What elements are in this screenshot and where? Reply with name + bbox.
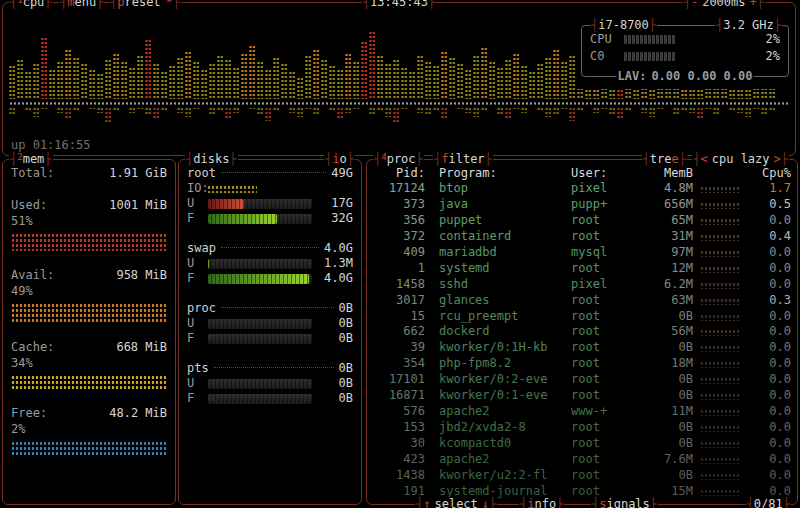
proc-box: ┤4proc├ ┤filter├ ┤tree├ ┤<cpu lazy>├ Pid… [366,159,798,505]
graph-column [569,55,575,99]
graph-column [33,107,39,117]
graph-column [441,107,447,119]
process-name: kcompactd0 [429,436,567,451]
process-mem-graph [700,234,740,241]
graph-column [129,67,135,99]
disk-name: root [187,166,216,181]
process-row[interactable]: 356puppetroot65M0.0 [373,213,791,228]
mem-category-label: Avail: [11,268,54,283]
process-pid: 373 [373,197,425,212]
process-row[interactable]: 372containerdroot31M0.4 [373,229,791,244]
select-hint[interactable]: ┤↑select↓├ [415,497,497,508]
sort-selector[interactable]: ┤<cpu lazy>├ [692,152,789,167]
disk-leader-dots [221,307,334,308]
io-toggle-button[interactable]: ┤io├ [324,152,355,167]
menu-label: menu [67,0,96,10]
process-row[interactable]: 153jbd2/xvda2-8root0B0.0 [373,420,791,435]
column-header-cpu[interactable]: Cpu% [747,166,791,181]
column-header-pid[interactable]: Pid: [373,166,425,181]
process-row[interactable]: 576apache2www-+11M0.0 [373,404,791,419]
process-row[interactable]: 39kworker/0:1H-kbroot0B0.0 [373,340,791,355]
process-row[interactable]: 354php-fpm8.2root18M0.0 [373,356,791,371]
sort-prev-arrow[interactable]: < [701,152,708,167]
process-row[interactable]: 1458sshdpixel6.2M0.0 [373,277,791,292]
column-header-program[interactable]: Program: [429,166,567,181]
process-pid: 576 [373,404,425,419]
bracket-right: ├ [44,0,51,10]
core-meter-row: C0 2% [590,50,780,63]
mem-total-label: Total: [11,166,54,181]
process-row[interactable]: 1438kworker/u2:2-flroot0B0.0 [373,468,791,483]
disk-used-bar [208,379,312,389]
process-user: root [571,468,635,483]
process-row[interactable]: 3017glancesroot63M0.3 [373,293,791,308]
io-toggle-label: io [332,152,346,167]
column-header-mem[interactable]: MemB [639,166,693,181]
tree-label: tre [650,152,672,167]
process-name: dockerd [429,324,567,339]
graph-column [481,107,487,111]
interval-plus-button[interactable]: + [750,0,757,10]
info-button[interactable]: ┤info├ [519,497,564,508]
mem-category: Free:48.2 MiB2% [11,406,167,457]
update-interval[interactable]: ┤-2000ms+├ [683,0,765,10]
graph-column [113,53,119,99]
tree-toggle-button[interactable]: ┤tree├ [642,152,687,167]
proc-box-title: proc [387,152,416,167]
menu-button[interactable]: ┤menu├ [59,0,104,10]
process-row[interactable]: 17124btoppixel4.8M1.7 [373,181,791,196]
disk-bar-fill [208,214,277,224]
core-meter [624,52,744,61]
arrow-up-icon[interactable]: ↑ [423,497,430,508]
disk-used-bar [208,259,312,269]
process-cpu: 0.0 [747,309,791,324]
tab-cpu[interactable]: ┤1cpu├ [9,0,53,10]
graph-column [513,53,519,99]
tab-mem[interactable]: ┤2mem├ [9,152,53,167]
bracket-right: ├ [649,18,656,33]
graph-column [369,107,375,115]
graph-column [761,107,767,115]
bracket-left: ┤ [60,0,67,10]
process-row[interactable]: 662dockerdroot56M0.0 [373,324,791,339]
graph-column [145,107,151,115]
graph-column [217,55,223,99]
mem-category-label: Cache: [11,340,54,355]
filter-button[interactable]: ┤filter├ [433,152,493,167]
mem-rows: Used:1001 MiB51%Avail:958 MiB49%Cache:66… [11,198,167,457]
signals-button[interactable]: ┤signals├ [591,497,658,508]
graph-column [305,55,311,99]
process-row[interactable]: 15rcu_preemptroot0B0.0 [373,309,791,324]
process-row[interactable]: 17101kworker/0:2-everoot0B0.0 [373,372,791,387]
select-label: select [434,497,477,508]
column-header-user[interactable]: User: [571,166,635,181]
mem-category: Avail:958 MiB49% [11,268,167,323]
process-cpu: 0.0 [747,356,791,371]
meter-segment [664,52,667,61]
preset-button[interactable]: ┤preset*├ [109,0,181,10]
process-row[interactable]: 30kcompactd0root0B0.0 [373,436,791,451]
tab-disks[interactable]: ┤disks├ [185,152,238,167]
disk-used-bar [208,319,312,329]
disk-used-value: 1.3M [317,256,353,271]
process-mem-graph [700,298,740,305]
graph-column [497,67,503,99]
process-cpu: 0.0 [747,324,791,339]
tab-proc[interactable]: ┤4proc├ [373,152,424,167]
arrow-down-icon[interactable]: ↓ [482,497,489,508]
interval-minus-button[interactable]: - [691,0,698,10]
graph-column [465,107,471,113]
sort-next-arrow[interactable]: > [774,152,781,167]
process-user: root [571,309,635,324]
meter-segment [664,35,667,44]
process-row[interactable]: 373javapupp+656M0.5 [373,197,791,212]
process-row[interactable]: 1systemdroot12M0.0 [373,261,791,276]
process-row[interactable]: 409mariadbdmysql97M0.0 [373,245,791,260]
process-row[interactable]: 423apache2root7.6M0.0 [373,452,791,467]
core-meter-label: C0 [590,49,624,64]
info-label: info [527,497,556,508]
process-row[interactable]: 16871kworker/0:1-everoot0B0.0 [373,388,791,403]
graph-column [25,71,31,99]
disk-free-value: 32G [317,211,353,226]
cpu-total-meter-row: CPU 2% [590,33,780,46]
